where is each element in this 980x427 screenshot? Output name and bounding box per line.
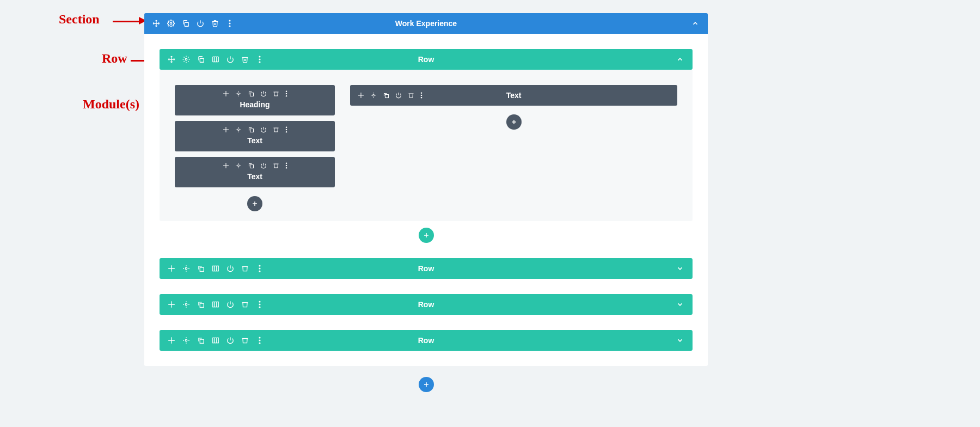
duplicate-icon[interactable] bbox=[197, 336, 205, 345]
move-icon[interactable] bbox=[167, 336, 176, 345]
move-icon[interactable] bbox=[167, 55, 176, 64]
svg-rect-7 bbox=[200, 58, 204, 62]
module-text[interactable]: Text bbox=[175, 157, 335, 187]
gear-icon[interactable] bbox=[370, 92, 377, 99]
svg-rect-1 bbox=[185, 22, 188, 26]
trash-icon[interactable] bbox=[241, 336, 249, 345]
module-text[interactable]: Text bbox=[350, 85, 677, 106]
move-icon[interactable] bbox=[223, 90, 229, 97]
more-icon[interactable] bbox=[255, 264, 264, 273]
more-icon[interactable] bbox=[285, 90, 287, 97]
row-header[interactable]: Row bbox=[160, 49, 693, 70]
duplicate-icon[interactable] bbox=[383, 92, 389, 99]
power-icon[interactable] bbox=[196, 19, 205, 28]
annotation-section: Section bbox=[59, 12, 100, 27]
svg-point-21 bbox=[237, 129, 239, 131]
duplicate-icon[interactable] bbox=[197, 264, 205, 273]
more-icon[interactable] bbox=[225, 19, 234, 28]
svg-rect-8 bbox=[213, 57, 219, 62]
duplicate-icon[interactable] bbox=[181, 19, 190, 28]
move-icon[interactable] bbox=[223, 126, 229, 133]
add-section-button[interactable] bbox=[419, 377, 434, 392]
add-module-button[interactable] bbox=[506, 114, 522, 130]
duplicate-icon[interactable] bbox=[248, 162, 254, 169]
arrow-line bbox=[113, 21, 140, 22]
columns-icon[interactable] bbox=[211, 300, 220, 309]
svg-point-35 bbox=[373, 95, 375, 96]
trash-icon[interactable] bbox=[408, 92, 414, 99]
builder-canvas: Work Experience Row bbox=[144, 13, 708, 392]
gear-icon[interactable] bbox=[235, 162, 242, 169]
power-icon[interactable] bbox=[260, 162, 267, 169]
row-header[interactable]: Row bbox=[160, 258, 693, 279]
chevron-down-icon[interactable] bbox=[675, 300, 685, 309]
module-toolbar bbox=[175, 90, 335, 97]
duplicate-icon[interactable] bbox=[248, 126, 254, 133]
columns-icon[interactable] bbox=[211, 336, 220, 345]
svg-point-20 bbox=[285, 95, 287, 97]
gear-icon[interactable] bbox=[167, 19, 175, 28]
gear-icon[interactable] bbox=[235, 90, 242, 97]
trash-icon[interactable] bbox=[273, 90, 279, 97]
section-header[interactable]: Work Experience bbox=[144, 13, 708, 34]
columns-icon[interactable] bbox=[211, 55, 220, 64]
add-row-button[interactable] bbox=[419, 228, 434, 243]
svg-point-15 bbox=[237, 93, 239, 95]
gear-icon[interactable] bbox=[182, 300, 191, 309]
chevron-up-icon[interactable] bbox=[690, 19, 700, 28]
module-text[interactable]: Text bbox=[175, 121, 335, 151]
svg-point-19 bbox=[285, 93, 287, 95]
row-header[interactable]: Row bbox=[160, 330, 693, 351]
duplicate-icon[interactable] bbox=[197, 55, 205, 64]
svg-point-4 bbox=[229, 22, 230, 24]
more-icon[interactable] bbox=[255, 300, 264, 309]
svg-point-53 bbox=[259, 270, 260, 272]
chevron-up-icon[interactable] bbox=[675, 54, 685, 64]
gear-icon[interactable] bbox=[182, 55, 191, 64]
section-toolbar bbox=[144, 19, 234, 28]
duplicate-icon[interactable] bbox=[197, 300, 205, 309]
trash-icon[interactable] bbox=[273, 126, 279, 133]
move-icon[interactable] bbox=[167, 300, 176, 309]
move-icon[interactable] bbox=[223, 162, 229, 169]
gear-icon[interactable] bbox=[182, 336, 191, 345]
svg-point-40 bbox=[421, 97, 422, 99]
move-icon[interactable] bbox=[167, 264, 176, 273]
move-icon[interactable] bbox=[152, 19, 161, 28]
power-icon[interactable] bbox=[260, 126, 267, 133]
columns-icon[interactable] bbox=[211, 264, 220, 273]
svg-rect-46 bbox=[200, 267, 204, 271]
trash-icon[interactable] bbox=[273, 162, 279, 169]
gear-icon[interactable] bbox=[235, 126, 242, 133]
row-header[interactable]: Row bbox=[160, 294, 693, 315]
more-icon[interactable] bbox=[285, 162, 287, 169]
add-module-button[interactable] bbox=[247, 196, 262, 211]
chevron-down-icon[interactable] bbox=[675, 335, 685, 345]
more-icon[interactable] bbox=[255, 336, 264, 345]
svg-point-13 bbox=[259, 58, 260, 60]
trash-icon[interactable] bbox=[241, 264, 249, 273]
trash-icon[interactable] bbox=[211, 19, 219, 28]
power-icon[interactable] bbox=[226, 336, 235, 345]
trash-icon[interactable] bbox=[241, 55, 249, 64]
module-toolbar bbox=[358, 92, 422, 99]
module-toolbar bbox=[175, 162, 335, 169]
chevron-down-icon[interactable] bbox=[675, 264, 685, 273]
svg-rect-65 bbox=[213, 338, 219, 343]
more-icon[interactable] bbox=[420, 92, 422, 99]
more-icon[interactable] bbox=[255, 55, 264, 64]
module-heading[interactable]: Heading bbox=[175, 85, 335, 115]
power-icon[interactable] bbox=[395, 92, 402, 99]
power-icon[interactable] bbox=[226, 300, 235, 309]
more-icon[interactable] bbox=[285, 126, 287, 133]
move-icon[interactable] bbox=[358, 92, 364, 99]
power-icon[interactable] bbox=[226, 55, 235, 64]
svg-point-51 bbox=[259, 265, 260, 266]
svg-point-70 bbox=[259, 339, 260, 341]
power-icon[interactable] bbox=[260, 90, 267, 97]
duplicate-icon[interactable] bbox=[248, 90, 254, 97]
power-icon[interactable] bbox=[226, 264, 235, 273]
gear-icon[interactable] bbox=[182, 264, 191, 273]
row-collapsed: Row bbox=[160, 294, 693, 315]
trash-icon[interactable] bbox=[241, 300, 249, 309]
